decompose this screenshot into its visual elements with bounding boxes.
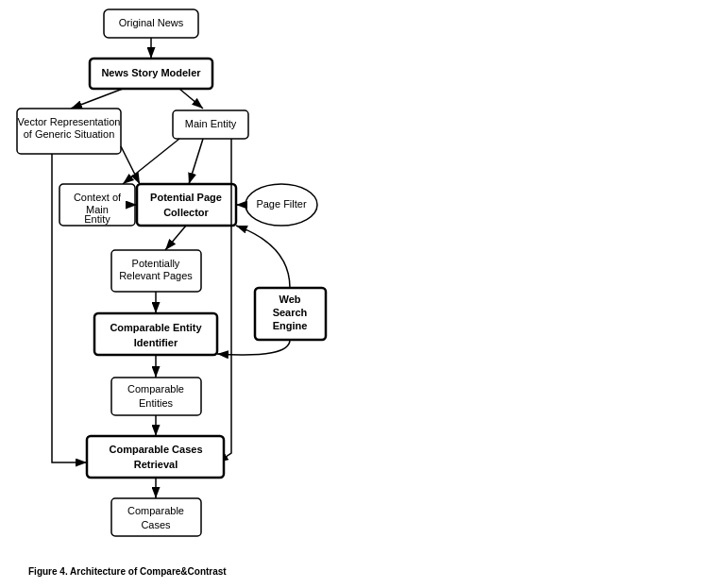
page-filter-label: Page Filter [256, 198, 307, 210]
web-search-engine-label-1: Web [279, 294, 300, 305]
comparable-entities-label-1: Comparable [127, 383, 184, 395]
arrow-web-to-cei [217, 340, 290, 355]
arrow-5 [189, 139, 203, 184]
original-news-label: Original News [119, 17, 184, 28]
diagram-container: Original News News Story Modeler Vector … [0, 0, 711, 588]
comparable-entity-identifier-label-2: Identifier [134, 337, 178, 348]
context-main-entity-label-3: Entity [84, 213, 110, 225]
comparable-entity-identifier-box [94, 313, 217, 355]
arrow-7 [165, 226, 186, 250]
flowchart: Original News News Story Modeler Vector … [0, 0, 711, 588]
potentially-relevant-pages-label-1: Potentially [132, 258, 180, 269]
vector-representation-label-1: Vector Representation [18, 116, 121, 127]
context-main-entity-label-1: Context of [74, 192, 122, 203]
main-entity-label: Main Entity [185, 118, 237, 129]
comparable-entities-label-2: Entities [139, 397, 174, 409]
potential-page-collector-label-1: Potential Page [150, 192, 222, 203]
comparable-cases-label-1: Comparable [127, 505, 184, 516]
potentially-relevant-pages-label-2: Relevant Pages [119, 270, 193, 281]
web-search-engine-label-3: Engine [273, 320, 308, 331]
news-story-modeler-label: News Story Modeler [101, 67, 201, 78]
arrow-6 [123, 139, 179, 184]
potential-page-collector-box [137, 184, 236, 226]
figure-caption: Figure 4. Architecture of Compare&Contra… [28, 566, 227, 577]
web-search-engine-label-2: Search [273, 307, 308, 318]
comparable-cases-retrieval-label-2: Retrieval [134, 459, 178, 470]
arrow-3 [179, 89, 203, 109]
arrow-2 [71, 89, 123, 109]
potential-page-collector-label-2: Collector [163, 207, 209, 218]
comparable-cases-label-2: Cases [141, 519, 171, 530]
comparable-cases-retrieval-box [87, 436, 224, 478]
vector-representation-label-2: of Generic Situation [24, 128, 115, 140]
arrow-web-to-ppc [236, 226, 290, 288]
comparable-cases-retrieval-label-1: Comparable Cases [109, 444, 202, 455]
comparable-entity-identifier-label-1: Comparable Entity [110, 322, 202, 333]
